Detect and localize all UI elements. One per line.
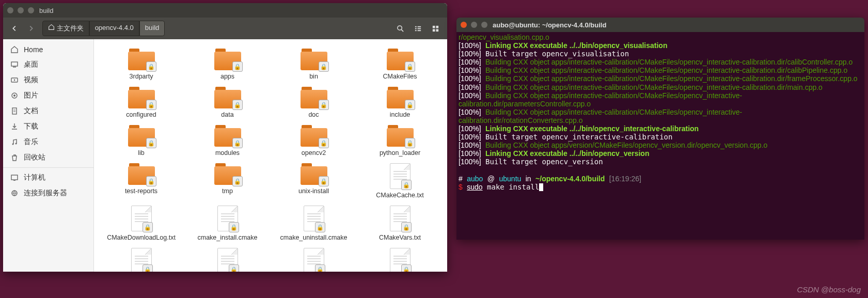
- lock-icon: 🔒: [319, 100, 329, 110]
- maximize-icon[interactable]: [481, 22, 487, 28]
- file-icon: 🔒: [304, 206, 324, 231]
- close-icon[interactable]: [461, 22, 467, 28]
- sidebar-item-pictures[interactable]: 图片: [3, 88, 93, 103]
- list-view-button[interactable]: [410, 21, 425, 36]
- folder-item[interactable]: 🔒test-reports: [98, 161, 184, 201]
- lock-icon: 🔒: [146, 176, 156, 186]
- file-icon: 🔒: [131, 206, 152, 231]
- item-label: apps: [220, 73, 234, 81]
- folder-item[interactable]: 🔒doc: [271, 85, 357, 121]
- file-item[interactable]: 🔒CPackSourceConfig: [184, 246, 271, 272]
- folder-item[interactable]: 🔒configured: [98, 85, 184, 121]
- item-label: cmake_install.cmake: [197, 234, 257, 242]
- pictures-icon: [10, 91, 19, 100]
- lock-icon: 🔒: [315, 264, 325, 272]
- file-manager-window: build 主文件夹opencv-4.4.0build Home桌面视频图片文档…: [3, 3, 447, 272]
- lock-icon: 🔒: [143, 222, 153, 232]
- folder-item[interactable]: 🔒python_loader: [357, 123, 443, 159]
- sidebar-separator: [3, 167, 93, 168]
- music-icon: [10, 138, 19, 146]
- sidebar-item-music[interactable]: 音乐: [3, 134, 93, 150]
- folder-item[interactable]: 🔒data: [184, 85, 271, 121]
- sidebar-item-downloads[interactable]: 下载: [3, 119, 93, 134]
- svg-rect-9: [436, 25, 438, 28]
- svg-point-21: [15, 143, 17, 145]
- folder-item[interactable]: 🔒unix-install: [271, 161, 357, 201]
- file-item[interactable]: 🔒cmake_install.cmake: [184, 203, 271, 244]
- lock-icon: 🔒: [146, 61, 156, 72]
- sidebar-item-home[interactable]: Home: [3, 42, 93, 57]
- file-item[interactable]: 🔒cmake_uninstall.cmake: [271, 203, 357, 244]
- folder-item[interactable]: 🔒bin: [271, 46, 357, 83]
- minimize-icon[interactable]: [471, 22, 477, 28]
- svg-rect-10: [432, 29, 435, 32]
- file-item[interactable]: 🔒custom_hal.hpp: [357, 246, 443, 272]
- minimize-icon[interactable]: [18, 7, 24, 13]
- folder-icon: 🔒: [301, 163, 327, 185]
- file-item[interactable]: 🔒CMakeCache.txt: [357, 161, 443, 201]
- item-label: modules: [215, 149, 240, 157]
- folder-item[interactable]: 🔒CMakeFiles: [357, 46, 443, 83]
- back-button[interactable]: [7, 21, 22, 36]
- lock-icon: 🔒: [401, 264, 412, 272]
- folder-item[interactable]: 🔒modules: [184, 123, 271, 159]
- folder-icon: 🔒: [128, 163, 155, 185]
- grid-view-button[interactable]: [428, 21, 443, 36]
- folder-item[interactable]: 🔒opencv2: [271, 123, 357, 159]
- item-label: test-reports: [125, 187, 157, 195]
- sidebar-item-label: 计算机: [24, 173, 45, 182]
- watermark: CSDN @boss-dog: [797, 285, 861, 294]
- close-icon[interactable]: [7, 7, 13, 13]
- file-item[interactable]: 🔒CMakeDownloadLog.txt: [98, 203, 184, 244]
- svg-rect-7: [417, 30, 421, 31]
- folder-icon: 🔒: [387, 49, 414, 70]
- item-label: unix-install: [298, 187, 329, 195]
- sidebar-item-computer[interactable]: 计算机: [3, 170, 93, 185]
- sidebar-item-network[interactable]: 连接到服务器: [3, 185, 93, 201]
- svg-rect-13: [13, 67, 16, 68]
- search-button[interactable]: [392, 21, 408, 36]
- breadcrumb-item[interactable]: opencv-4.4.0: [89, 21, 139, 36]
- forward-button[interactable]: [24, 21, 38, 36]
- fm-titlebar[interactable]: build: [3, 3, 447, 18]
- item-label: include: [390, 111, 411, 119]
- svg-rect-5: [417, 28, 421, 29]
- svg-rect-6: [415, 30, 416, 31]
- window-title: build: [39, 7, 53, 14]
- svg-point-20: [12, 144, 14, 145]
- fm-content[interactable]: 🔒3rdparty🔒apps🔒bin🔒CMakeFiles🔒configured…: [94, 39, 447, 272]
- folder-icon: 🔒: [214, 87, 241, 108]
- folder-item[interactable]: 🔒tmp: [184, 161, 271, 201]
- file-icon: 🔒: [304, 248, 324, 272]
- lock-icon: 🔒: [405, 138, 415, 148]
- sidebar-item-video[interactable]: 视频: [3, 72, 93, 88]
- breadcrumb-item[interactable]: 主文件夹: [42, 21, 89, 36]
- lock-icon: 🔒: [401, 180, 412, 190]
- trash-icon: [10, 153, 19, 162]
- file-item[interactable]: 🔒CTestTestfile.cmake: [271, 246, 357, 272]
- terminal-body[interactable]: r/opencv_visualisation.cpp.o [100%] Link…: [456, 32, 864, 240]
- folder-item[interactable]: 🔒3rdparty: [98, 46, 184, 83]
- folder-item[interactable]: 🔒apps: [184, 46, 271, 83]
- sidebar-item-desktop[interactable]: 桌面: [3, 57, 93, 72]
- svg-line-1: [401, 29, 403, 32]
- maximize-icon[interactable]: [28, 7, 34, 13]
- folder-item[interactable]: 🔒lib: [98, 123, 184, 159]
- folder-icon: 🔒: [214, 163, 241, 185]
- sidebar-item-documents[interactable]: 文档: [3, 103, 93, 119]
- sidebar-item-label: 连接到服务器: [24, 189, 67, 198]
- svg-point-0: [397, 25, 401, 29]
- lock-icon: 🔒: [232, 138, 243, 148]
- item-label: CMakeCache.txt: [376, 192, 423, 199]
- file-item[interactable]: 🔒CPackConfig.cmake: [98, 246, 184, 272]
- lock-icon: 🔒: [146, 138, 156, 148]
- term-titlebar[interactable]: aubo@ubuntu: ~/opencv-4.4.0/build: [456, 18, 864, 32]
- item-label: cmake_uninstall.cmake: [280, 234, 348, 242]
- folder-item[interactable]: 🔒include: [357, 85, 443, 121]
- lock-icon: 🔒: [232, 176, 243, 186]
- lock-icon: 🔒: [146, 100, 156, 110]
- breadcrumb-item[interactable]: build: [139, 21, 165, 36]
- file-item[interactable]: 🔒CMakeVars.txt: [357, 203, 443, 244]
- sidebar-item-trash[interactable]: 回收站: [3, 150, 93, 165]
- sidebar-item-label: 回收站: [24, 153, 45, 162]
